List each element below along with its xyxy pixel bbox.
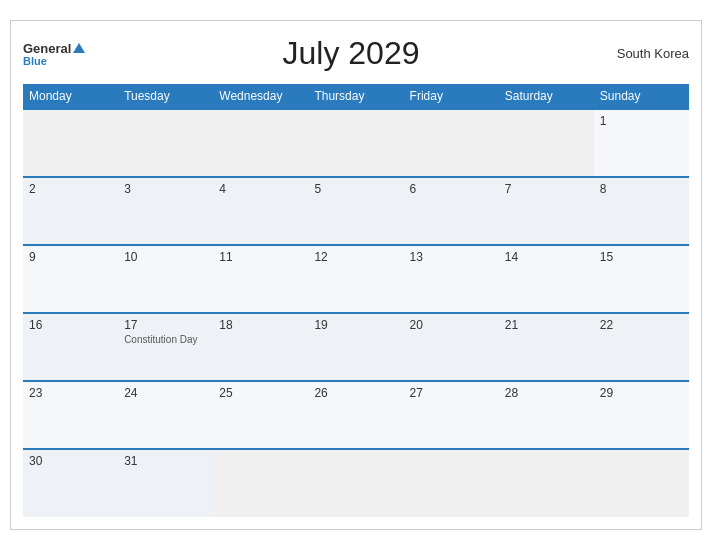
day-number: 25 (219, 386, 302, 400)
day-number: 5 (314, 182, 397, 196)
day-number: 11 (219, 250, 302, 264)
day-number: 2 (29, 182, 112, 196)
calendar-cell: 1 (594, 109, 689, 177)
calendar-cell: 23 (23, 381, 118, 449)
day-number: 9 (29, 250, 112, 264)
day-number: 6 (410, 182, 493, 196)
calendar-cell (499, 109, 594, 177)
day-number: 23 (29, 386, 112, 400)
logo: General Blue (23, 41, 103, 67)
day-number: 7 (505, 182, 588, 196)
calendar-container: General Blue July 2029 South Korea Monda… (10, 20, 702, 530)
calendar-header: General Blue July 2029 South Korea (23, 31, 689, 76)
calendar-cell: 31 (118, 449, 213, 517)
calendar-cell: 29 (594, 381, 689, 449)
day-number: 19 (314, 318, 397, 332)
calendar-cell: 18 (213, 313, 308, 381)
calendar-cell: 13 (404, 245, 499, 313)
week-row-5: 23242526272829 (23, 381, 689, 449)
day-number: 1 (600, 114, 683, 128)
day-number: 8 (600, 182, 683, 196)
weekday-header-sunday: Sunday (594, 84, 689, 109)
weekday-header-friday: Friday (404, 84, 499, 109)
weekday-header-saturday: Saturday (499, 84, 594, 109)
day-number: 28 (505, 386, 588, 400)
week-row-1: 1 (23, 109, 689, 177)
calendar-cell: 26 (308, 381, 403, 449)
calendar-cell: 6 (404, 177, 499, 245)
weekday-header-tuesday: Tuesday (118, 84, 213, 109)
calendar-grid: MondayTuesdayWednesdayThursdayFridaySatu… (23, 84, 689, 517)
day-number: 12 (314, 250, 397, 264)
calendar-cell (23, 109, 118, 177)
day-number: 30 (29, 454, 112, 468)
day-number: 18 (219, 318, 302, 332)
calendar-cell: 24 (118, 381, 213, 449)
day-number: 21 (505, 318, 588, 332)
calendar-cell: 25 (213, 381, 308, 449)
day-number: 26 (314, 386, 397, 400)
calendar-cell (404, 109, 499, 177)
calendar-cell: 8 (594, 177, 689, 245)
day-number: 31 (124, 454, 207, 468)
calendar-cell: 9 (23, 245, 118, 313)
calendar-cell: 16 (23, 313, 118, 381)
calendar-cell: 11 (213, 245, 308, 313)
calendar-cell: 28 (499, 381, 594, 449)
day-number: 16 (29, 318, 112, 332)
weekday-header-thursday: Thursday (308, 84, 403, 109)
day-number: 13 (410, 250, 493, 264)
weekday-header-row: MondayTuesdayWednesdayThursdayFridaySatu… (23, 84, 689, 109)
day-number: 22 (600, 318, 683, 332)
week-row-2: 2345678 (23, 177, 689, 245)
weekday-header-wednesday: Wednesday (213, 84, 308, 109)
calendar-cell: 15 (594, 245, 689, 313)
day-number: 17 (124, 318, 207, 332)
day-number: 24 (124, 386, 207, 400)
calendar-cell: 7 (499, 177, 594, 245)
calendar-cell: 19 (308, 313, 403, 381)
calendar-cell: 2 (23, 177, 118, 245)
day-number: 15 (600, 250, 683, 264)
calendar-cell: 14 (499, 245, 594, 313)
calendar-cell (213, 449, 308, 517)
day-number: 4 (219, 182, 302, 196)
week-row-3: 9101112131415 (23, 245, 689, 313)
country-label: South Korea (599, 46, 689, 61)
day-number: 10 (124, 250, 207, 264)
calendar-cell: 5 (308, 177, 403, 245)
calendar-cell: 30 (23, 449, 118, 517)
weekday-header-monday: Monday (23, 84, 118, 109)
calendar-cell (308, 109, 403, 177)
calendar-cell: 21 (499, 313, 594, 381)
day-number: 3 (124, 182, 207, 196)
calendar-title: July 2029 (103, 35, 599, 72)
calendar-cell (499, 449, 594, 517)
day-number: 27 (410, 386, 493, 400)
calendar-cell: 3 (118, 177, 213, 245)
calendar-cell: 4 (213, 177, 308, 245)
calendar-cell: 22 (594, 313, 689, 381)
calendar-cell: 27 (404, 381, 499, 449)
week-row-6: 3031 (23, 449, 689, 517)
calendar-cell (594, 449, 689, 517)
calendar-cell: 20 (404, 313, 499, 381)
calendar-cell (308, 449, 403, 517)
calendar-cell: 17Constitution Day (118, 313, 213, 381)
week-row-4: 1617Constitution Day1819202122 (23, 313, 689, 381)
day-number: 14 (505, 250, 588, 264)
calendar-cell (213, 109, 308, 177)
event-label: Constitution Day (124, 334, 207, 345)
day-number: 29 (600, 386, 683, 400)
calendar-cell (118, 109, 213, 177)
calendar-cell: 10 (118, 245, 213, 313)
calendar-cell: 12 (308, 245, 403, 313)
calendar-cell (404, 449, 499, 517)
day-number: 20 (410, 318, 493, 332)
